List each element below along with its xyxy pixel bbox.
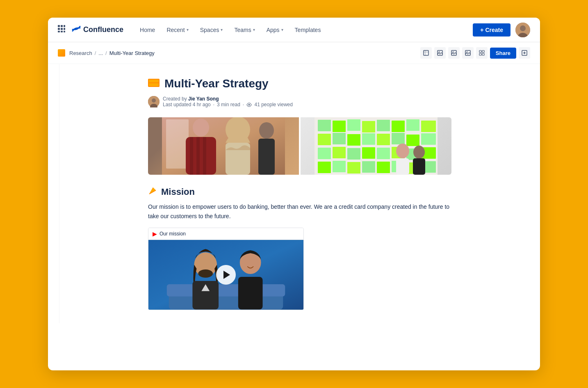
mission-emoji (148, 186, 157, 197)
svg-rect-79 (413, 158, 425, 175)
svg-rect-61 (333, 147, 346, 158)
svg-rect-52 (318, 134, 331, 145)
svg-rect-55 (362, 133, 375, 145)
svg-rect-72 (377, 162, 390, 173)
nav-spaces[interactable]: Spaces ▾ (195, 23, 228, 37)
recent-chevron-icon: ▾ (187, 27, 189, 32)
hero-image-right (301, 117, 451, 175)
svg-point-40 (259, 122, 274, 139)
svg-point-18 (466, 52, 467, 53)
svg-rect-35 (190, 137, 193, 175)
svg-rect-53 (333, 133, 346, 144)
svg-rect-2 (64, 25, 65, 27)
main-content: Multi-Year Strategy Created by (115, 64, 484, 323)
video-thumbnail[interactable] (148, 240, 303, 310)
nav-home[interactable]: Home (135, 23, 160, 37)
svg-rect-12 (424, 50, 428, 55)
svg-rect-46 (347, 119, 360, 131)
svg-rect-68 (318, 162, 331, 173)
toolbar-more-icon[interactable] (519, 47, 530, 59)
confluence-logo[interactable]: Confluence (72, 24, 123, 35)
svg-rect-62 (347, 148, 360, 160)
author-avatar (148, 96, 160, 107)
breadcrumb-sep-1: / (95, 50, 96, 56)
meta-updated: Last updated 4 hr ago · 3 min read · 41 … (163, 102, 293, 107)
play-button[interactable] (216, 265, 236, 285)
svg-rect-83 (167, 284, 285, 297)
toolbar-icon-1[interactable] (420, 47, 432, 59)
logo-text: Confluence (83, 25, 123, 34)
nav-apps[interactable]: Apps ▾ (262, 23, 288, 37)
svg-rect-36 (196, 137, 200, 175)
page-title: Multi-Year Strategy (164, 77, 269, 90)
svg-rect-88 (238, 277, 263, 310)
mission-title: Mission (161, 187, 195, 197)
youtube-icon: ▶ (153, 231, 157, 237)
svg-rect-7 (61, 31, 63, 32)
nav-recent[interactable]: Recent ▾ (162, 23, 193, 37)
hero-image-left (148, 117, 299, 175)
page-title-emoji (148, 78, 160, 89)
svg-rect-25 (149, 80, 159, 82)
svg-rect-4 (61, 28, 63, 30)
toolbar-icon-2[interactable] (434, 47, 446, 59)
svg-rect-49 (392, 121, 405, 132)
svg-rect-59 (421, 133, 436, 145)
share-button[interactable]: Share (490, 48, 516, 59)
breadcrumb-bar: Research / ... / Multi-Year Strategy Sha… (48, 42, 540, 64)
svg-rect-77 (396, 158, 409, 175)
breadcrumb-research[interactable]: Research (69, 50, 92, 56)
nav-items: Home Recent ▾ Spaces ▾ Teams ▾ Apps ▾ Te… (135, 23, 473, 37)
breadcrumb-ellipsis[interactable]: ... (98, 50, 103, 56)
svg-rect-51 (421, 121, 436, 132)
create-button[interactable]: + Create (473, 23, 511, 37)
svg-point-85 (198, 269, 213, 278)
sidebar (48, 64, 59, 323)
svg-rect-58 (406, 135, 419, 146)
breadcrumb-sep-2: / (105, 50, 107, 56)
toolbar-icon-5[interactable] (476, 47, 488, 59)
mission-title-area: Mission (148, 186, 451, 197)
svg-rect-48 (377, 120, 390, 131)
browser-window: Confluence Home Recent ▾ Spaces ▾ Teams … (48, 18, 540, 370)
navbar: Confluence Home Recent ▾ Spaces ▾ Teams … (48, 18, 540, 42)
breadcrumb: Research / ... / Multi-Year Strategy (58, 49, 155, 57)
svg-rect-19 (479, 50, 481, 52)
grid-menu-icon[interactable] (58, 25, 65, 34)
video-container: ▶ Our mission (148, 228, 304, 310)
avatar[interactable] (515, 23, 530, 37)
page-layout: Multi-Year Strategy Created by (48, 64, 540, 323)
svg-rect-56 (377, 134, 390, 145)
apps-chevron-icon: ▾ (281, 27, 283, 32)
svg-rect-41 (258, 139, 275, 175)
svg-rect-54 (347, 134, 360, 146)
hero-images (148, 117, 451, 175)
svg-rect-37 (203, 137, 206, 175)
svg-rect-69 (333, 161, 346, 172)
video-label: ▶ Our mission (148, 228, 303, 240)
nav-teams[interactable]: Teams ▾ (229, 23, 260, 37)
svg-rect-45 (333, 121, 346, 132)
svg-rect-57 (392, 133, 405, 144)
svg-point-28 (152, 98, 156, 103)
mission-text: Our mission is to empower users to do ba… (148, 202, 451, 221)
svg-rect-70 (347, 162, 360, 173)
svg-point-33 (193, 119, 209, 137)
toolbar-icon-3[interactable] (448, 47, 460, 59)
toolbar-icons: Share (420, 47, 530, 59)
toolbar-icon-4[interactable] (462, 47, 474, 59)
nav-templates[interactable]: Templates (290, 23, 326, 37)
page-title-area: Multi-Year Strategy (148, 77, 451, 90)
svg-rect-26 (149, 83, 159, 86)
teams-chevron-icon: ▾ (253, 27, 255, 32)
svg-point-10 (520, 25, 526, 31)
page-icon (58, 49, 65, 57)
svg-rect-32 (166, 119, 189, 169)
svg-rect-63 (362, 147, 375, 159)
meta-info: Created by Jie Yan Song Last updated 4 h… (163, 96, 293, 107)
logo-icon (72, 24, 81, 35)
svg-rect-47 (362, 121, 375, 132)
svg-point-14 (438, 52, 440, 53)
svg-rect-6 (58, 31, 60, 32)
svg-point-30 (248, 104, 250, 106)
